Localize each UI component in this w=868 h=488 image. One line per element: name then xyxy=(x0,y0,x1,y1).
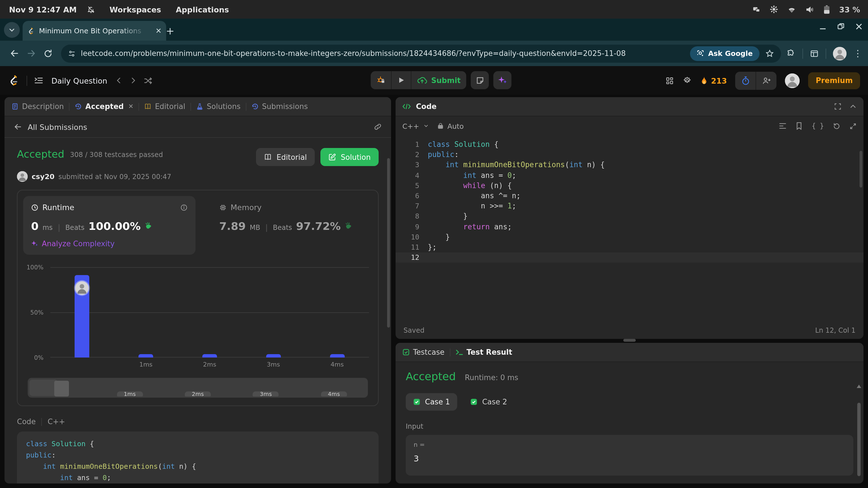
panel-resize-handle[interactable] xyxy=(623,339,636,342)
random-question-icon[interactable] xyxy=(144,76,153,85)
runtime-bar-4ms[interactable] xyxy=(330,354,344,358)
info-icon[interactable] xyxy=(180,204,188,211)
case-1-button[interactable]: Case 1 xyxy=(406,393,457,411)
settings-icon[interactable] xyxy=(683,76,692,85)
editor-line-12[interactable]: 12 xyxy=(396,253,864,263)
address-bar[interactable]: leetcode.com/problems/minimum-one-bit-op… xyxy=(61,44,781,62)
tab-test-result[interactable]: Test Result xyxy=(455,348,512,356)
applications-menu[interactable]: Applications xyxy=(176,5,229,14)
snippets-icon[interactable]: { } xyxy=(812,122,824,130)
daily-streak[interactable]: 213 xyxy=(701,76,727,85)
brush-slot[interactable]: 4ms xyxy=(300,378,368,398)
editor-line-7[interactable]: 7 n >>= 1; xyxy=(396,201,864,211)
code-editor[interactable]: 1class Solution {2public:3 int minimumOn… xyxy=(396,135,864,322)
reload-button[interactable] xyxy=(39,45,57,62)
tab-description[interactable]: Description xyxy=(11,102,64,111)
forward-button[interactable] xyxy=(23,45,39,62)
runtime-bar-3ms[interactable] xyxy=(266,354,281,358)
workspaces-menu[interactable]: Workspaces xyxy=(110,5,161,14)
tab-editorial[interactable]: Editorial xyxy=(144,102,185,111)
layout-grid-icon[interactable] xyxy=(665,76,675,85)
editor-line-2[interactable]: 2public: xyxy=(396,150,864,160)
premium-button[interactable]: Premium xyxy=(808,72,860,89)
timer-button[interactable] xyxy=(736,71,756,90)
left-panel-scrollbar[interactable] xyxy=(387,158,390,328)
debug-button[interactable] xyxy=(371,71,391,89)
editor-line-3[interactable]: 3 int minimumOneBitOperations(int n) { xyxy=(396,160,864,170)
editor-line-8[interactable]: 8 } xyxy=(396,212,864,222)
run-button[interactable] xyxy=(391,71,411,89)
editor-line-1[interactable]: 1class Solution { xyxy=(396,139,864,150)
collapse-panel-icon[interactable] xyxy=(849,103,857,110)
editor-line-6[interactable]: 6 ans ^= n; xyxy=(396,191,864,201)
invite-collaborator-button[interactable] xyxy=(756,71,777,90)
scrollbar-thumb[interactable] xyxy=(857,403,861,476)
window-stack-icon[interactable] xyxy=(752,5,761,13)
bookmark-star-icon[interactable] xyxy=(765,49,774,58)
runtime-bar-2ms[interactable] xyxy=(202,354,217,358)
tab-close-icon[interactable]: ✕ xyxy=(155,27,162,35)
brush-slot[interactable]: 3ms xyxy=(232,378,300,398)
all-submissions-link[interactable]: All Submissions xyxy=(28,122,87,131)
editor-line-9[interactable]: 9 return ans; xyxy=(396,222,864,232)
reset-code-icon[interactable] xyxy=(833,122,840,130)
case-2-button[interactable]: Case 2 xyxy=(463,393,514,411)
volume-icon[interactable] xyxy=(805,5,814,13)
browser-menu-kebab-icon[interactable]: ⋮ xyxy=(853,48,862,59)
tab-search-button[interactable] xyxy=(4,22,20,38)
settings-gear-icon[interactable] xyxy=(770,5,778,13)
prev-question-icon[interactable] xyxy=(115,77,123,84)
back-arrow-icon[interactable] xyxy=(13,123,22,131)
editor-line-10[interactable]: 10 } xyxy=(396,232,864,242)
tab-accepted[interactable]: Accepted ✕ xyxy=(74,102,133,111)
runtime-bar-0ms[interactable] xyxy=(75,275,90,358)
notes-button[interactable] xyxy=(471,71,489,89)
side-panel-icon[interactable] xyxy=(810,49,819,58)
browser-tab[interactable]: Minimum One Bit Operations ✕ xyxy=(23,21,166,41)
scroll-up-arrow[interactable] xyxy=(857,385,861,388)
editor-scrollbar[interactable] xyxy=(860,151,862,188)
leetcode-logo[interactable] xyxy=(8,74,20,87)
system-clock[interactable]: Nov 9 12:47 AM xyxy=(9,5,76,14)
expand-editor-icon[interactable] xyxy=(849,122,857,130)
next-question-icon[interactable] xyxy=(129,77,137,84)
editor-line-4[interactable]: 4 int ans = 0; xyxy=(396,170,864,181)
ask-google-button[interactable]: Ask Google xyxy=(690,46,760,61)
back-button[interactable] xyxy=(6,45,23,62)
editor-line-5[interactable]: 5 while (n) { xyxy=(396,181,864,191)
tab-submissions[interactable]: Submissions xyxy=(251,102,308,111)
runtime-bar-1ms[interactable] xyxy=(138,354,153,358)
chart-brush[interactable]: 1ms2ms3ms4ms xyxy=(28,378,368,398)
window-minimize-icon[interactable] xyxy=(819,23,826,30)
editor-line-11[interactable]: 11}; xyxy=(396,242,864,253)
browser-profile-avatar[interactable] xyxy=(833,46,846,60)
problem-list-icon[interactable] xyxy=(34,76,43,85)
daily-question-link[interactable]: Daily Question xyxy=(52,76,107,85)
window-restore-icon[interactable] xyxy=(837,23,844,30)
tab-testcase[interactable]: Testcase xyxy=(402,348,444,356)
brush-slot[interactable] xyxy=(28,378,96,398)
bookmark-icon[interactable] xyxy=(796,122,803,130)
auto-label[interactable]: Auto xyxy=(447,122,464,130)
format-code-icon[interactable] xyxy=(779,123,787,129)
runtime-stat[interactable]: Runtime 0 ms | Beats 100.00% xyxy=(23,196,195,255)
analyze-complexity-link[interactable]: Analyze Complexity xyxy=(31,239,188,248)
window-close-icon[interactable] xyxy=(856,23,862,30)
wifi-icon[interactable] xyxy=(787,5,796,13)
memory-stat[interactable]: Memory 7.89 MB | Beats 97.72% xyxy=(211,196,361,255)
editorial-button[interactable]: Editorial xyxy=(256,148,315,166)
brush-slot[interactable]: 2ms xyxy=(164,378,232,398)
language-selector[interactable]: C++ xyxy=(402,122,419,130)
user-avatar[interactable] xyxy=(785,73,800,88)
close-tab-icon[interactable]: ✕ xyxy=(128,103,133,110)
submitter-username[interactable]: csy20 xyxy=(32,172,55,181)
submit-button[interactable]: Submit xyxy=(411,71,466,89)
new-tab-button[interactable]: + xyxy=(163,23,178,38)
solution-button[interactable]: Solution xyxy=(320,148,379,166)
brush-slot[interactable]: 1ms xyxy=(96,378,164,398)
tab-solutions[interactable]: Solutions xyxy=(196,102,241,111)
testcase-scrollbar[interactable] xyxy=(857,385,862,484)
ai-assistant-button[interactable] xyxy=(493,71,512,89)
share-link-icon[interactable] xyxy=(374,123,382,131)
input-box[interactable]: n = 3 xyxy=(406,435,853,476)
